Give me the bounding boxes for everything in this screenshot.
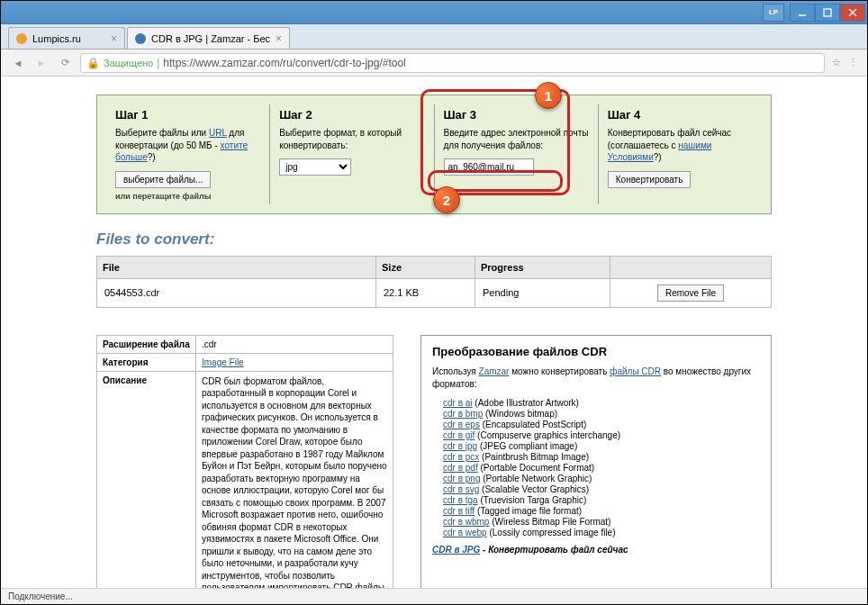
files-table: File Size Progress 0544553.cdr 22.1 KB P…: [96, 256, 772, 308]
tab-title: CDR в JPG | Zamzar - Бес: [151, 33, 270, 44]
bottom-row: Расширение файла.cdr КатегорияImage File…: [96, 335, 772, 606]
info-table: Расширение файла.cdr КатегорияImage File…: [96, 335, 393, 606]
email-input[interactable]: [444, 158, 534, 176]
format-link[interactable]: cdr в pcx: [443, 452, 479, 462]
annotation-badge-1: 1: [535, 82, 562, 109]
col-file: File: [97, 256, 376, 278]
address-bar: ◄ ► ⟳ 🔒 Защищено | https://www.zamzar.co…: [1, 50, 867, 77]
convert-button[interactable]: Конвертировать: [608, 171, 692, 188]
favicon-icon: [135, 33, 146, 44]
box-intro: Используя Zamzar можно конвертировать фа…: [432, 366, 760, 391]
tab-strip: Lumpics.ru × CDR в JPG | Zamzar - Бес ×: [1, 24, 867, 50]
tab-title: Lumpics.ru: [32, 33, 81, 44]
star-icon[interactable]: ☆: [832, 57, 841, 68]
format-item: cdr в webp (Lossily compressed image fil…: [443, 528, 760, 537]
format-link[interactable]: cdr в wbmp: [443, 517, 489, 527]
remove-file-button[interactable]: Remove File: [657, 284, 724, 302]
file-row: 0544553.cdr 22.1 KB Pending Remove File: [97, 278, 772, 307]
files-heading: Files to convert:: [96, 230, 772, 248]
col-progress: Progress: [475, 256, 610, 278]
format-link[interactable]: cdr в svg: [443, 484, 479, 494]
format-link[interactable]: cdr в bmp: [443, 409, 483, 419]
minimize-button[interactable]: [790, 4, 815, 22]
step-title: Шаг 2: [279, 108, 424, 122]
tab-lumpics[interactable]: Lumpics.ru ×: [8, 27, 125, 49]
format-link[interactable]: cdr в ai: [443, 398, 473, 408]
cat-label: Категория: [97, 353, 196, 371]
col-action: [610, 256, 772, 278]
format-item: cdr в tga (Truevision Targa Graphic): [443, 495, 760, 505]
desc-label: Описание: [97, 371, 196, 605]
format-link[interactable]: cdr в eps: [443, 420, 480, 429]
step-4: Шаг 4 Конвертировать файл сейчас (соглаш…: [599, 104, 762, 204]
tab-close-icon[interactable]: ×: [276, 32, 282, 45]
step-desc: Выберите формат, в который конвертироват…: [279, 127, 424, 151]
format-item: cdr в jpg (JPEG compliant image): [443, 441, 760, 451]
format-link[interactable]: cdr в webp: [443, 528, 487, 537]
step-desc: Выберите файлы или URL для конвертации (…: [115, 127, 260, 164]
url-field[interactable]: 🔒 Защищено | https://www.zamzar.com/ru/c…: [80, 53, 825, 73]
zamzar-link[interactable]: Zamzar: [479, 366, 510, 376]
format-item: cdr в wbmp (Wireless Bitmap File Format): [443, 517, 760, 527]
choose-files-button[interactable]: выберите файлы...: [115, 171, 211, 188]
menu-icon[interactable]: ⋮: [848, 57, 858, 68]
conversion-box: Преобразование файлов CDR Используя Zamz…: [420, 335, 772, 606]
format-list: cdr в ai (Adobe Illustrator Artwork)cdr …: [432, 398, 760, 537]
forward-button[interactable]: ►: [33, 55, 50, 71]
format-item: cdr в pcx (Paintbrush Bitmap Image): [443, 452, 760, 462]
format-item: cdr в gif (Compuserve graphics interchan…: [443, 430, 760, 440]
step-desc: Введите адрес электронной почты для полу…: [444, 127, 589, 151]
format-item: cdr в ai (Adobe Illustrator Artwork): [443, 398, 760, 408]
format-item: cdr в pdf (Portable Document Format): [443, 463, 760, 473]
format-link[interactable]: cdr в tiff: [443, 506, 475, 516]
format-link[interactable]: cdr в tga: [443, 495, 478, 505]
ext-value: .cdr: [196, 335, 393, 353]
format-select[interactable]: jpg: [279, 158, 351, 176]
desc-text: CDR был форматом файлов, разработанный в…: [196, 371, 393, 605]
format-item: cdr в png (Portable Network Graphic): [443, 474, 760, 483]
page-content: Шаг 1 Выберите файлы или URL для конверт…: [1, 77, 867, 605]
back-button[interactable]: ◄: [10, 55, 26, 71]
status-bar: Подключение...: [1, 588, 867, 604]
ext-label: Расширение файла: [97, 335, 196, 353]
format-item: cdr в eps (Encapsulated PostScript): [443, 420, 760, 429]
cdr-files-link[interactable]: файлы CDR: [610, 366, 661, 376]
reload-button[interactable]: ⟳: [57, 55, 73, 71]
box-title: Преобразование файлов CDR: [432, 345, 760, 358]
close-button[interactable]: [840, 4, 865, 22]
step-title: Шаг 4: [608, 108, 753, 122]
step-1: Шаг 1 Выберите файлы или URL для конверт…: [106, 104, 270, 204]
lp-badge: LP: [763, 4, 784, 22]
col-size: Size: [376, 256, 475, 278]
cell-file: 0544553.cdr: [97, 278, 376, 307]
annotation-badge-2: 2: [433, 186, 460, 213]
format-link[interactable]: cdr в jpg: [443, 441, 477, 451]
drag-hint: или перетащите файлы: [115, 192, 260, 201]
format-link[interactable]: cdr в pdf: [443, 463, 478, 473]
favicon-icon: [16, 33, 27, 44]
format-item: cdr в tiff (Tagged image file format): [443, 506, 760, 516]
step-title: Шаг 3: [444, 108, 589, 122]
secure-label: Защищено: [104, 58, 153, 68]
svg-rect-1: [824, 9, 831, 16]
footer-convert-link[interactable]: CDR в JPG: [432, 545, 480, 555]
format-item: cdr в svg (Scalable Vector Graphics): [443, 484, 760, 494]
lock-icon: 🔒: [86, 57, 100, 69]
url-text: https://www.zamzar.com/ru/convert/cdr-to…: [163, 57, 405, 69]
maximize-button[interactable]: [815, 4, 840, 22]
status-text: Подключение...: [8, 591, 73, 601]
category-link[interactable]: Image File: [202, 357, 244, 367]
tab-close-icon[interactable]: ×: [111, 32, 117, 45]
cell-size: 22.1 KB: [376, 278, 475, 307]
format-link[interactable]: cdr в png: [443, 474, 480, 483]
url-link[interactable]: URL: [209, 128, 227, 138]
window-titlebar: LP: [1, 1, 867, 24]
format-link[interactable]: cdr в gif: [443, 430, 475, 440]
step-2: Шаг 2 Выберите формат, в который конверт…: [270, 104, 434, 204]
step-3: Шаг 3 Введите адрес электронной почты дл…: [435, 104, 599, 204]
step-desc: Конвертировать файл сейчас (соглашаетесь…: [608, 127, 753, 164]
step-title: Шаг 1: [115, 108, 260, 122]
cell-progress: Pending: [475, 278, 610, 307]
tab-zamzar[interactable]: CDR в JPG | Zamzar - Бес ×: [127, 27, 290, 49]
format-item: cdr в bmp (Windows bitmap): [443, 409, 760, 419]
